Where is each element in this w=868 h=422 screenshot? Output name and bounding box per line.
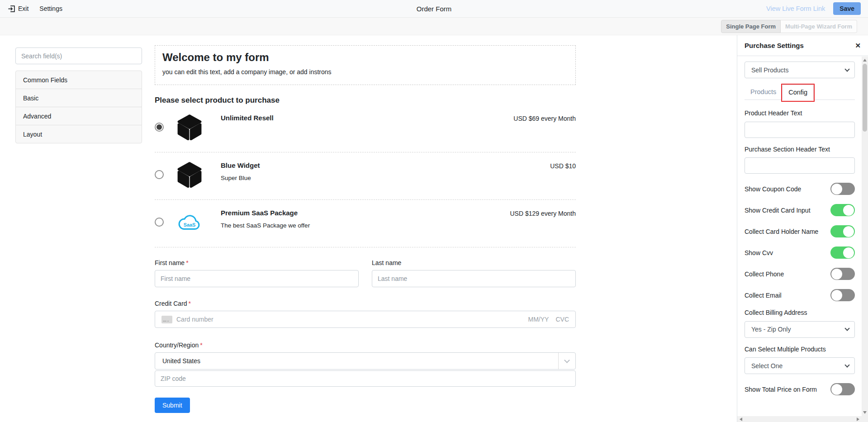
- show-credit-card-input-label: Show Credit Card Input: [745, 206, 811, 215]
- name-fields-row: First name* Last name: [155, 259, 576, 287]
- scroll-right-arrow-icon[interactable]: [857, 417, 859, 421]
- panel-tabs: Products Config: [745, 85, 855, 100]
- country-select-value: United States: [162, 357, 200, 365]
- welcome-block[interactable]: Welcome to my form you can edit this tex…: [155, 45, 576, 85]
- collect-billing-address-label: Collect Billing Address: [745, 308, 855, 318]
- saas-cloud-icon: SaaS: [175, 207, 204, 237]
- main-area: Common Fields Basic Advanced Layout Welc…: [0, 35, 868, 422]
- horizontal-scrollbar[interactable]: [737, 416, 862, 422]
- country-select[interactable]: United States: [155, 352, 576, 370]
- can-select-multiple-products-value: Select One: [751, 362, 783, 370]
- collect-card-holder-name-toggle[interactable]: [830, 225, 855, 237]
- sidebar-item-layout[interactable]: Layout: [15, 125, 142, 143]
- last-name-field[interactable]: [372, 270, 576, 287]
- save-button[interactable]: Save: [833, 2, 861, 15]
- first-name-label: First name*: [155, 259, 359, 266]
- product-header-text-input[interactable]: [745, 122, 855, 138]
- scrollbar-thumb[interactable]: [863, 64, 867, 132]
- scroll-up-arrow-icon[interactable]: [863, 59, 867, 62]
- show-cvv-toggle[interactable]: [830, 247, 855, 259]
- product-name: Blue Widget: [221, 161, 260, 169]
- exit-button[interactable]: Exit: [7, 5, 28, 13]
- required-asterisk: *: [189, 300, 191, 307]
- page-title: Order Form: [0, 5, 868, 13]
- svg-text:SaaS: SaaS: [184, 222, 196, 228]
- product-row-blue-widget: Blue Widget Super Blue USD $10: [155, 152, 576, 200]
- scrollbar-corner: [862, 416, 868, 422]
- exit-icon: [7, 5, 16, 13]
- show-coupon-code-toggle[interactable]: [830, 183, 855, 195]
- cube-icon: [175, 160, 204, 190]
- view-live-form-link[interactable]: View Live Form Link: [766, 5, 825, 12]
- welcome-title: Welcome to my form: [162, 51, 568, 64]
- card-expiry-placeholder[interactable]: MM/YY: [528, 316, 549, 323]
- collect-billing-address-value: Yes - Zip Only: [751, 326, 791, 333]
- tab-config[interactable]: Config: [782, 85, 814, 100]
- product-description: The best SaaS Package we offer: [221, 222, 310, 229]
- submit-button[interactable]: Submit: [155, 398, 190, 413]
- panel-body: Sell Products Products Config Product He…: [737, 56, 868, 395]
- product-radio[interactable]: [155, 218, 164, 227]
- collect-email-label: Collect Email: [745, 291, 782, 300]
- purchase-section-header-text-input[interactable]: [745, 157, 855, 174]
- tab-products[interactable]: Products: [745, 85, 782, 100]
- product-price: USD $69 every Month: [513, 112, 576, 122]
- collect-billing-address-select[interactable]: Yes - Zip Only: [745, 321, 855, 338]
- exit-label: Exit: [18, 5, 28, 12]
- vertical-scrollbar[interactable]: [862, 57, 868, 416]
- form-preview: Welcome to my form you can edit this tex…: [155, 35, 576, 422]
- credit-card-group: Credit Card* Card number MM/YY CVC: [155, 300, 576, 328]
- top-bar-right: View Live Form Link Save: [766, 2, 861, 15]
- can-select-multiple-products-label: Can Select Multiple Products: [745, 345, 855, 354]
- product-price: USD $129 every Month: [510, 207, 576, 217]
- search-fields-input[interactable]: [15, 47, 142, 64]
- purchase-mode-value: Sell Products: [751, 66, 788, 74]
- product-radio-selected[interactable]: [155, 123, 164, 132]
- tab-multi-page-wizard-form[interactable]: Multi-Page Wizard Form: [781, 20, 857, 33]
- chevron-down-icon: [844, 66, 849, 71]
- card-cvc-placeholder[interactable]: CVC: [555, 316, 569, 323]
- field-category-list: Common Fields Basic Advanced Layout: [15, 71, 142, 143]
- settings-button[interactable]: Settings: [39, 5, 62, 12]
- close-icon[interactable]: ✕: [855, 42, 861, 50]
- scroll-down-arrow-icon[interactable]: [863, 411, 867, 414]
- top-bar-left: Exit Settings: [7, 5, 62, 13]
- product-description: Super Blue: [221, 175, 260, 181]
- last-name-label: Last name: [372, 259, 576, 266]
- collect-email-toggle[interactable]: [830, 289, 855, 301]
- panel-header: Purchase Settings ✕: [737, 35, 868, 56]
- country-label: Country/Region*: [155, 341, 576, 349]
- mode-bar: Single Page Form Multi-Page Wizard Form: [0, 18, 868, 35]
- fields-sidebar: Common Fields Basic Advanced Layout: [0, 35, 142, 422]
- product-name: Premium SaaS Package: [221, 209, 310, 217]
- sidebar-item-common-fields[interactable]: Common Fields: [15, 71, 142, 89]
- chevron-down-icon: [564, 357, 570, 363]
- show-credit-card-input-toggle[interactable]: [830, 204, 855, 216]
- zip-code-field[interactable]: [155, 370, 576, 387]
- purchase-mode-select[interactable]: Sell Products: [745, 62, 855, 78]
- collect-phone-label: Collect Phone: [745, 270, 784, 279]
- credit-card-icon: [161, 316, 172, 323]
- cube-icon: [175, 112, 204, 142]
- show-coupon-code-label: Show Coupon Code: [745, 185, 801, 194]
- product-header-text-label: Product Header Text: [745, 109, 855, 118]
- show-total-price-label: Show Total Price on Form: [745, 385, 817, 394]
- collect-phone-toggle[interactable]: [830, 268, 855, 280]
- scroll-left-arrow-icon[interactable]: [740, 417, 742, 421]
- can-select-multiple-products-select[interactable]: Select One: [745, 357, 855, 374]
- sidebar-item-basic[interactable]: Basic: [15, 89, 142, 107]
- card-number-field[interactable]: Card number MM/YY CVC: [155, 311, 576, 328]
- show-total-price-toggle[interactable]: [830, 383, 855, 395]
- product-row-unlimited-resell: Unlimited Resell USD $69 every Month: [155, 105, 576, 152]
- credit-card-label: Credit Card*: [155, 300, 576, 307]
- required-asterisk: *: [186, 259, 188, 266]
- required-asterisk: *: [200, 341, 202, 349]
- country-group: Country/Region* United States: [155, 341, 576, 387]
- tab-single-page-form[interactable]: Single Page Form: [721, 20, 781, 33]
- sidebar-item-advanced[interactable]: Advanced: [15, 107, 142, 125]
- product-radio[interactable]: [155, 170, 164, 179]
- first-name-field[interactable]: [155, 270, 359, 287]
- panel-title: Purchase Settings: [745, 42, 804, 49]
- chevron-down-icon: [844, 362, 849, 367]
- products-heading: Please select product to purchase: [155, 96, 576, 105]
